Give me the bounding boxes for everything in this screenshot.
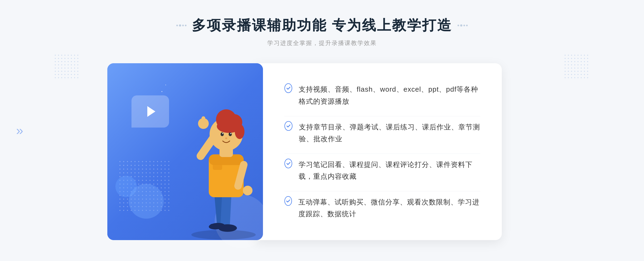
feature-item-4: 互动弹幕、试听购买、微信分享、观看次数限制、学习进度跟踪、数据统计 [284,191,480,225]
check-icon-4 [284,196,292,206]
bg-dots-right [564,54,590,80]
svg-point-24 [225,137,227,139]
svg-point-22 [222,133,223,134]
circle-decoration-2 [129,184,164,219]
feature-text-1: 支持视频、音频、flash、word、excel、ppt、pdf等各种格式的资源… [299,83,480,107]
feature-text-4: 互动弹幕、试听购买、微信分享、观看次数限制、学习进度跟踪、数据统计 [298,196,480,220]
feature-text-3: 学习笔记回看、课程提问、课程评论打分、课件资料下载，重点内容收藏 [299,159,480,182]
svg-point-19 [235,124,244,139]
feature-text-2: 支持章节目录、弹题考试、课后练习、课后作业、章节测验、批改作业 [299,121,480,145]
feature-item-2: 支持章节目录、弹题考试、课后练习、课后作业、章节测验、批改作业 [284,116,480,150]
svg-point-13 [243,186,253,195]
content-area: 支持视频、音频、flash、word、excel、ppt、pdf等各种格式的资源… [107,63,537,240]
bg-dots-left [54,54,80,80]
decorator-right [458,24,468,27]
illustration-card [107,63,263,240]
svg-point-20 [221,132,224,136]
check-icon-1 [284,83,292,93]
main-title: 多项录播课辅助功能 专为线上教学打造 [192,16,452,35]
header-decorators: 多项录播课辅助功能 专为线上教学打造 [176,16,468,35]
page-wrapper: » 多项录播课辅助功能 专为线上教学打造 学习进度全掌握，提升录播课教学效果 [0,0,644,261]
left-page-arrow: » [16,124,23,137]
feature-item-1: 支持视频、音频、flash、word、excel、ppt、pdf等各种格式的资源… [284,79,480,112]
check-icon-2 [284,121,292,131]
feature-item-3: 学习笔记回看、课程提问、课程评论打分、课件资料下载，重点内容收藏 [284,154,480,187]
svg-rect-25 [213,162,222,170]
person-illustration [170,85,272,240]
features-card: 支持视频、音频、flash、word、excel、ppt、pdf等各种格式的资源… [255,63,502,240]
decorator-left [176,24,186,27]
sub-title: 学习进度全掌握，提升录播课教学效果 [176,39,468,47]
check-icon-3 [284,159,292,168]
svg-point-23 [230,133,231,134]
svg-point-21 [229,132,232,136]
play-bubble [131,95,169,128]
play-icon [147,106,155,117]
svg-rect-11 [202,116,205,126]
header-section: 多项录播课辅助功能 专为线上教学打造 学习进度全掌握，提升录播课教学效果 [176,16,468,47]
